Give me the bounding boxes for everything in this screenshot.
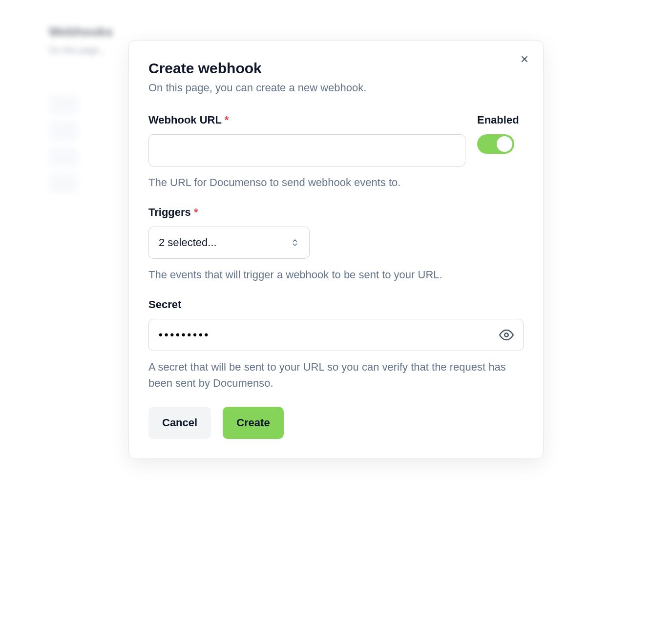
svg-point-2: [504, 333, 508, 337]
modal-subtitle: On this page, you can create a new webho…: [148, 82, 524, 94]
close-icon: [520, 54, 529, 64]
eye-icon: [499, 328, 514, 342]
show-secret-button[interactable]: [499, 328, 514, 342]
secret-group: Secret A secret that will be sent to you…: [148, 298, 524, 391]
enabled-group: Enabled: [477, 114, 524, 154]
enabled-label: Enabled: [477, 114, 524, 126]
modal-overlay: Create webhook On this page, you can cre…: [0, 0, 672, 625]
triggers-group: Triggers * 2 selected... The events that…: [148, 206, 524, 283]
close-button[interactable]: [518, 52, 531, 66]
webhook-url-group: Webhook URL * The URL for Documenso to s…: [148, 114, 465, 190]
enabled-toggle[interactable]: [477, 134, 514, 154]
triggers-select[interactable]: 2 selected...: [148, 227, 310, 259]
secret-help: A secret that will be sent to your URL s…: [148, 359, 524, 391]
secret-label: Secret: [148, 298, 524, 311]
webhook-url-help: The URL for Documenso to send webhook ev…: [148, 174, 465, 190]
webhook-url-input[interactable]: [148, 134, 465, 167]
chevron-up-down-icon: [291, 238, 299, 247]
triggers-selected-text: 2 selected...: [159, 236, 217, 249]
webhook-url-label: Webhook URL *: [148, 114, 465, 126]
secret-input[interactable]: [148, 319, 524, 351]
cancel-button[interactable]: Cancel: [148, 407, 211, 439]
triggers-help: The events that will trigger a webhook t…: [148, 267, 524, 283]
toggle-knob: [497, 136, 512, 152]
triggers-label: Triggers *: [148, 206, 524, 219]
button-row: Cancel Create: [148, 407, 524, 439]
create-webhook-modal: Create webhook On this page, you can cre…: [128, 40, 544, 459]
modal-title: Create webhook: [148, 60, 524, 77]
create-button[interactable]: Create: [223, 407, 283, 439]
